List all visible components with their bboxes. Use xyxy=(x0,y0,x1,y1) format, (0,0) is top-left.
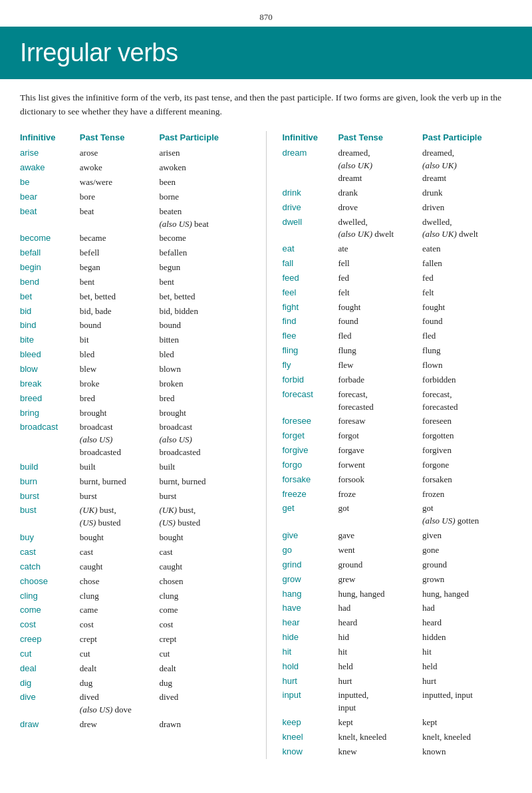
past-participle-cell: caught xyxy=(159,559,249,574)
past-tense-cell: brought xyxy=(80,406,160,420)
past-tense-cell: ground xyxy=(338,557,422,572)
past-participle-cell: forecast,forecasted xyxy=(422,387,512,414)
table-row: broadcastbroadcast(also US)broadcastedbr… xyxy=(20,420,250,460)
infinitive-cell: grow xyxy=(283,572,338,587)
infinitive-cell: break xyxy=(20,377,80,391)
table-row: beatbeatbeaten(also US) beat xyxy=(20,204,250,232)
page-title: Irregular verbs xyxy=(20,39,512,67)
past-participle-cell: become xyxy=(159,232,249,246)
past-participle-cell: arisen xyxy=(159,146,249,161)
table-row: awakeawokeawoken xyxy=(20,161,250,176)
right-col-infinitive: Infinitive xyxy=(283,131,338,146)
infinitive-cell: bend xyxy=(20,275,80,289)
past-participle-cell: brought xyxy=(159,406,249,420)
past-participle-cell: cost xyxy=(159,618,249,633)
past-participle-cell: begun xyxy=(159,261,249,275)
table-row: cutcutcut xyxy=(20,647,250,661)
past-participle-cell: bought xyxy=(159,531,249,546)
past-tense-cell: blew xyxy=(80,363,160,377)
infinitive-cell: cost xyxy=(20,618,80,633)
past-tense-cell: fought xyxy=(338,300,422,315)
infinitive-cell: give xyxy=(283,529,338,544)
table-row: hanghung, hangedhung, hanged xyxy=(283,587,513,601)
infinitive-cell: freeze xyxy=(283,487,338,502)
past-tense-cell: fed xyxy=(338,271,422,285)
past-participle-cell: forgone xyxy=(422,458,512,472)
table-row: bidbid, badebid, bidden xyxy=(20,304,250,319)
past-tense-cell: forbade xyxy=(338,373,422,387)
infinitive-cell: bring xyxy=(20,406,80,420)
infinitive-cell: cut xyxy=(20,647,80,661)
infinitive-cell: forgive xyxy=(283,444,338,458)
infinitive-cell: flee xyxy=(283,329,338,344)
past-tense-cell: (UK) bust,(US) busted xyxy=(80,504,160,531)
past-participle-cell: befallen xyxy=(159,246,249,261)
past-participle-cell: knelt, kneeled xyxy=(422,730,512,744)
past-tense-cell: dived(also US) dove xyxy=(80,691,160,718)
past-participle-cell: flown xyxy=(422,359,512,373)
past-tense-cell: found xyxy=(338,315,422,329)
past-tense-cell: burst xyxy=(80,489,160,504)
past-participle-cell: hung, hanged xyxy=(422,587,512,601)
table-row: bindboundbound xyxy=(20,319,250,333)
table-row: bitebitbitten xyxy=(20,333,250,348)
right-col-past-participle: Past Participle xyxy=(422,131,512,146)
infinitive-cell: forecast xyxy=(283,387,338,414)
past-tense-cell: knew xyxy=(338,744,422,759)
header-band: Irregular verbs xyxy=(0,27,532,79)
infinitive-cell: blow xyxy=(20,363,80,377)
right-verb-table: Infinitive Past Tense Past Participle dr… xyxy=(283,131,513,759)
past-tense-cell: drew xyxy=(80,718,160,732)
past-tense-cell: caught xyxy=(80,559,160,574)
past-participle-cell: broadcast(also US)broadcasted xyxy=(159,420,249,460)
past-participle-cell: dealt xyxy=(159,661,249,676)
infinitive-cell: broadcast xyxy=(20,420,80,460)
table-row: drinkdrankdrunk xyxy=(283,186,513,200)
past-participle-cell: ground xyxy=(422,557,512,572)
past-tense-cell: bid, bade xyxy=(80,304,160,319)
past-tense-cell: forgave xyxy=(338,444,422,458)
infinitive-cell: hit xyxy=(283,645,338,659)
past-tense-cell: got xyxy=(338,502,422,529)
table-row: foreseeforesawforeseen xyxy=(283,414,513,429)
past-participle-cell: found xyxy=(422,315,512,329)
table-row: comecamecome xyxy=(20,603,250,618)
table-row: flyflewflown xyxy=(283,359,513,373)
table-row: hithithit xyxy=(283,645,513,659)
past-participle-cell: built xyxy=(159,460,249,474)
past-tense-cell: hurt xyxy=(338,674,422,689)
table-row: dealdealtdealt xyxy=(20,661,250,676)
past-tense-cell: came xyxy=(80,603,160,618)
table-row: gowentgone xyxy=(283,543,513,557)
past-tense-cell: was/were xyxy=(80,176,160,190)
table-row: bendbentbent xyxy=(20,275,250,289)
table-row: havehadhad xyxy=(283,601,513,616)
infinitive-cell: be xyxy=(20,176,80,190)
past-participle-cell: dreamed,(also UK)dreamt xyxy=(422,146,512,186)
table-row: catchcaughtcaught xyxy=(20,559,250,574)
past-tense-cell: forwent xyxy=(338,458,422,472)
infinitive-cell: foresee xyxy=(283,414,338,429)
table-row: burstburstburst xyxy=(20,489,250,504)
past-tense-cell: became xyxy=(80,232,160,246)
table-row: bleedbledbled xyxy=(20,348,250,363)
table-divider xyxy=(266,131,267,759)
past-participle-cell: foreseen xyxy=(422,414,512,429)
past-tense-cell: bet, betted xyxy=(80,289,160,304)
table-row: creepcreptcrept xyxy=(20,633,250,647)
infinitive-cell: dream xyxy=(283,146,338,186)
table-row: flingflungflung xyxy=(283,344,513,359)
infinitive-cell: bleed xyxy=(20,348,80,363)
past-participle-cell: chosen xyxy=(159,574,249,589)
past-tense-cell: began xyxy=(80,261,160,275)
infinitive-cell: hurt xyxy=(283,674,338,689)
table-row: bewas/werebeen xyxy=(20,176,250,190)
infinitive-cell: dwell xyxy=(283,215,338,242)
table-row: hidehidhidden xyxy=(283,631,513,645)
infinitive-cell: drive xyxy=(283,200,338,215)
infinitive-cell: deal xyxy=(20,661,80,676)
past-participle-cell: crept xyxy=(159,633,249,647)
past-tense-cell: dwelled,(also UK) dwelt xyxy=(338,215,422,242)
past-participle-cell: fallen xyxy=(422,257,512,271)
table-row: hearheardheard xyxy=(283,616,513,631)
